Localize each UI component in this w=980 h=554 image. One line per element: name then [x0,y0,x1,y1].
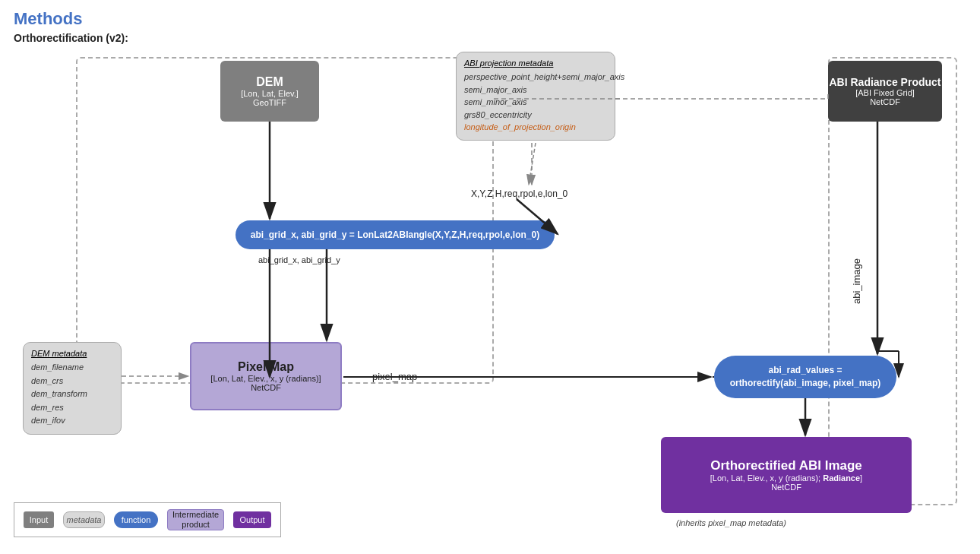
legend-input-label: Input [30,515,48,524]
legend-output-box: Output [233,511,271,528]
legend-inter-box: Intermediate product [167,509,224,530]
ortho-output-line2: NetCDF [771,483,801,492]
dem-line1: [Lon, Lat, Elev.] [241,89,299,98]
abi-proj-title: ABI projection metadata [464,59,607,68]
pixel-map-line2: NetCDF [251,383,281,392]
legend-function: function [114,511,158,528]
legend-intermediate: Intermediate product [167,509,224,530]
dem-meta-item-1: dem_crs [31,375,113,388]
svg-line-14 [529,143,536,185]
dem-meta-item-3: dem_res [31,401,113,415]
legend-output-label: Output [239,515,264,524]
abi-radiance-line1: [ABI Fixed Grid] [855,88,915,97]
dem-title: DEM [256,75,283,89]
pixel-map-line1: [Lon, Lat, Elev., x, y (radians)] [210,374,321,383]
xyz-label: X,Y,Z H,req,rpol,e,lon_0 [471,188,567,199]
abi-proj-item-4: longitude_of_projection_origin [464,121,607,134]
abi-proj-item-0: perspective_point_height+semi_major_axis [464,71,607,84]
dem-meta-box: DEM metadata dem_filename dem_crs dem_tr… [23,342,122,435]
ortho-func-label: abi_rad_values = orthorectify(abi_image,… [714,364,896,390]
abi-proj-box: ABI projection metadata perspective_poin… [456,52,615,141]
abi-image-label: abi_image [851,258,862,304]
pixel-map-box: Pixel Map [Lon, Lat, Elev., x, y (radian… [190,342,342,410]
legend: Input metadata function Intermediate pro… [14,502,281,537]
page-subtitle: Orthorectification (v2): [14,32,128,44]
dem-meta-item-4: dem_ifov [31,414,113,428]
legend-intermediate-label: Intermediate product [168,510,223,530]
dem-meta-item-0: dem_filename [31,361,113,375]
legend-input: Input [24,511,54,528]
lonlat-func-box: abi_grid_x, abi_grid_y = LonLat2ABIangle… [236,220,555,249]
dem-box: DEM [Lon, Lat, Elev.] GeoTIFF [220,61,319,122]
dem-meta-item-2: dem_transform [31,388,113,401]
pixel-map-label: pixel_map [372,371,417,382]
inherits-label: (inherits pixel_map metadata) [676,518,786,527]
pixel-map-title: Pixel Map [238,360,294,374]
ortho-output-title: Orthorectified ABI Image [710,458,862,473]
abi-proj-item-2: semi_minor_axis [464,96,607,109]
abi-proj-item-1: semi_major_axis [464,84,607,97]
legend-meta-box: metadata [63,511,105,528]
legend-metadata: metadata [63,511,105,528]
ortho-output-box: Orthorectified ABI Image [Lon, Lat, Elev… [661,437,912,513]
abi-radiance-line2: NetCDF [870,97,900,106]
abi-radiance-box: ABI Radiance Product [ABI Fixed Grid] Ne… [828,61,942,122]
abi-grid-label: abi_grid_x, abi_grid_y [258,255,340,264]
abi-proj-item-3: grs80_eccentricity [464,109,607,122]
abi-radiance-title: ABI Radiance Product [829,76,940,88]
legend-func-box: function [114,511,158,528]
legend-function-label: function [122,515,151,524]
page-title: Methods [14,9,82,29]
ortho-func-box: abi_rad_values = orthorectify(abi_image,… [714,356,896,398]
legend-metadata-label: metadata [67,515,102,524]
lonlat-func-label: abi_grid_x, abi_grid_y = LonLat2ABIangle… [251,230,539,240]
legend-output: Output [233,511,271,528]
dem-meta-title: DEM metadata [31,349,113,358]
legend-input-box: Input [24,511,54,528]
dem-line2: GeoTIFF [253,98,286,107]
ortho-output-line1: [Lon, Lat, Elev., x, y (radians); Radian… [710,473,862,483]
